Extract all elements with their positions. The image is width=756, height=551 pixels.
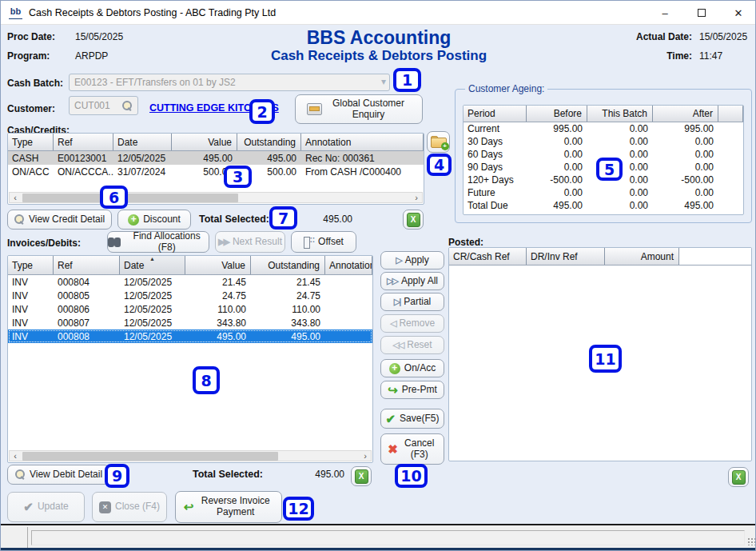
column-header[interactable]: Ref bbox=[54, 134, 113, 150]
customer-code-field[interactable]: CUT001 bbox=[69, 96, 138, 115]
table-row[interactable]: Total Due495.000.00495.00 bbox=[464, 199, 743, 212]
column-header[interactable]: Annotation bbox=[325, 256, 372, 274]
column-header[interactable]: Outstanding bbox=[251, 256, 325, 274]
table-row[interactable]: ON/ACCON/ACCCA...31/07/2024500.00500.00F… bbox=[8, 165, 424, 178]
posted-label: Posted: bbox=[448, 237, 483, 248]
table-cell: 495.00 bbox=[172, 153, 237, 164]
partial-label: Partial bbox=[404, 297, 431, 308]
column-header[interactable]: DR/Inv Ref bbox=[527, 248, 605, 265]
global-customer-enquiry-button[interactable]: Global Customer Enquiry bbox=[295, 94, 423, 124]
column-header[interactable] bbox=[679, 248, 751, 265]
maximize-button[interactable] bbox=[683, 1, 720, 25]
view-credit-detail-button[interactable]: View Credit Detail bbox=[7, 210, 112, 230]
close-circle-icon: ✕ bbox=[99, 501, 111, 513]
column-header[interactable] bbox=[718, 106, 743, 122]
table-cell: 343.80 bbox=[185, 317, 251, 329]
save-button[interactable]: ✔Save(F5) bbox=[380, 409, 444, 429]
table-row[interactable]: INV00080712/05/2025343.80343.80 bbox=[8, 316, 372, 329]
customer-ageing-title: Customer Ageing: bbox=[465, 83, 547, 94]
column-header[interactable]: After bbox=[653, 106, 718, 122]
annotation-marker-5: 5 bbox=[596, 158, 623, 181]
table-row[interactable]: Current995.000.00995.00 bbox=[464, 122, 743, 135]
reset-button[interactable]: ◁◁Reset bbox=[380, 336, 444, 354]
column-header[interactable]: Value bbox=[185, 256, 251, 274]
column-header[interactable]: Outstanding bbox=[237, 134, 301, 150]
reverse-invoice-payment-button[interactable]: ↩ Reverse Invoice Payment bbox=[175, 491, 282, 523]
on-acc-button[interactable]: +On/Acc bbox=[380, 359, 444, 377]
sort-ascending-icon: ▲ bbox=[149, 256, 155, 262]
table-row[interactable]: INV00080512/05/202524.7524.75 bbox=[8, 289, 372, 302]
column-header[interactable]: CR/Cash Ref bbox=[449, 248, 527, 265]
column-header[interactable]: Amount bbox=[605, 248, 679, 265]
update-button[interactable]: ✔ Update bbox=[7, 492, 85, 522]
chevron-down-icon: ▾ bbox=[381, 76, 386, 87]
column-header[interactable]: Type bbox=[8, 134, 54, 150]
minimize-button[interactable]: – bbox=[647, 1, 683, 25]
column-header[interactable]: Before bbox=[527, 106, 587, 122]
column-header[interactable]: Date▲ bbox=[120, 256, 185, 274]
view-debit-detail-button[interactable]: View Debit Detail bbox=[7, 465, 110, 485]
column-header[interactable]: Period bbox=[464, 106, 527, 122]
close-button[interactable]: ✕ bbox=[720, 1, 756, 25]
column-header[interactable]: Value bbox=[172, 134, 237, 150]
table-cell: 0.00 bbox=[527, 162, 587, 173]
pre-pmt-button[interactable]: ↪Pre-Pmt bbox=[380, 381, 444, 399]
column-header[interactable]: Ref bbox=[54, 256, 120, 274]
table-cell: 110.00 bbox=[185, 304, 251, 315]
table-row[interactable]: INV00080612/05/2025110.00110.00 bbox=[8, 302, 372, 316]
cash-batch-combobox[interactable]: E00123 - EFT/Transfers on 01 by JS2 ▾ bbox=[69, 74, 390, 91]
table-cell: INV bbox=[8, 317, 54, 329]
table-row[interactable]: 30 Days0.000.000.00 bbox=[464, 135, 743, 148]
cash-credits-hscrollbar[interactable]: ‹ › bbox=[9, 192, 423, 203]
find-allocations-button[interactable]: Find Allocations (F8) bbox=[107, 231, 209, 253]
remove-button[interactable]: ◁Remove bbox=[380, 314, 444, 333]
table-row[interactable]: INV00080812/05/2025495.00495.00 bbox=[8, 329, 372, 343]
table-row[interactable]: INV00080412/05/202521.4521.45 bbox=[8, 275, 372, 289]
folder-add-icon: + bbox=[431, 136, 447, 148]
partial-button[interactable]: ▷|Partial bbox=[380, 293, 444, 311]
table-row[interactable]: Future0.000.000.00 bbox=[464, 186, 743, 199]
close-f4-button[interactable]: ✕ Close (F4) bbox=[92, 492, 167, 522]
next-result-button[interactable]: ▶▶ Next Result bbox=[215, 231, 285, 253]
excel-icon: X bbox=[355, 469, 368, 484]
scroll-left-icon[interactable]: ‹ bbox=[10, 451, 21, 461]
offset-button[interactable]: Offset bbox=[291, 231, 356, 253]
table-cell: 24.75 bbox=[251, 290, 325, 301]
scrollbar-thumb[interactable] bbox=[22, 194, 238, 202]
search-icon[interactable] bbox=[122, 101, 133, 111]
apply-all-button[interactable]: ▷▷Apply All bbox=[380, 272, 444, 290]
actual-date-value: 15/05/2025 bbox=[699, 31, 747, 42]
status-bar bbox=[1, 524, 756, 548]
column-header[interactable]: Annotation bbox=[301, 134, 424, 150]
export-debits-excel-button[interactable]: X bbox=[351, 466, 372, 486]
column-header[interactable]: Type bbox=[8, 256, 54, 274]
add-credit-button[interactable]: + bbox=[427, 131, 450, 153]
table-cell: 0.00 bbox=[653, 187, 718, 198]
table-cell: 0.00 bbox=[653, 162, 718, 173]
resize-grip[interactable] bbox=[747, 537, 755, 545]
scroll-right-icon[interactable]: › bbox=[411, 193, 422, 202]
table-cell: Current bbox=[464, 123, 527, 134]
invoices-hscrollbar[interactable]: ‹ › bbox=[9, 450, 372, 461]
apply-button[interactable]: ▷Apply bbox=[380, 251, 444, 270]
maximize-icon bbox=[698, 9, 706, 17]
export-credits-excel-button[interactable]: X bbox=[403, 210, 424, 230]
column-header[interactable]: This Batch bbox=[587, 106, 653, 122]
scroll-right-icon[interactable]: › bbox=[360, 451, 371, 461]
table-row[interactable]: CASHE0012300112/05/2025495.00495.00Rec N… bbox=[8, 151, 424, 165]
table-cell: 0.00 bbox=[527, 149, 587, 160]
offset-label: Offset bbox=[318, 237, 344, 248]
column-header[interactable]: Date bbox=[113, 134, 172, 150]
scroll-left-icon[interactable]: ‹ bbox=[10, 193, 21, 202]
cancel-label: Cancel (F3) bbox=[402, 438, 437, 461]
fast-forward-icon: ▶▶ bbox=[218, 237, 229, 247]
scrollbar-thumb[interactable] bbox=[22, 452, 278, 461]
customer-code-value: CUT001 bbox=[74, 100, 122, 111]
table-cell: 0.00 bbox=[587, 187, 653, 198]
pre-pmt-label: Pre-Pmt bbox=[402, 385, 437, 396]
annotation-marker-1: 1 bbox=[393, 68, 421, 92]
binoculars-icon bbox=[108, 238, 121, 247]
cancel-button[interactable]: ✖Cancel (F3) bbox=[380, 433, 444, 465]
export-posted-excel-button[interactable]: X bbox=[728, 467, 749, 487]
discount-button[interactable]: + Discount bbox=[117, 210, 191, 230]
